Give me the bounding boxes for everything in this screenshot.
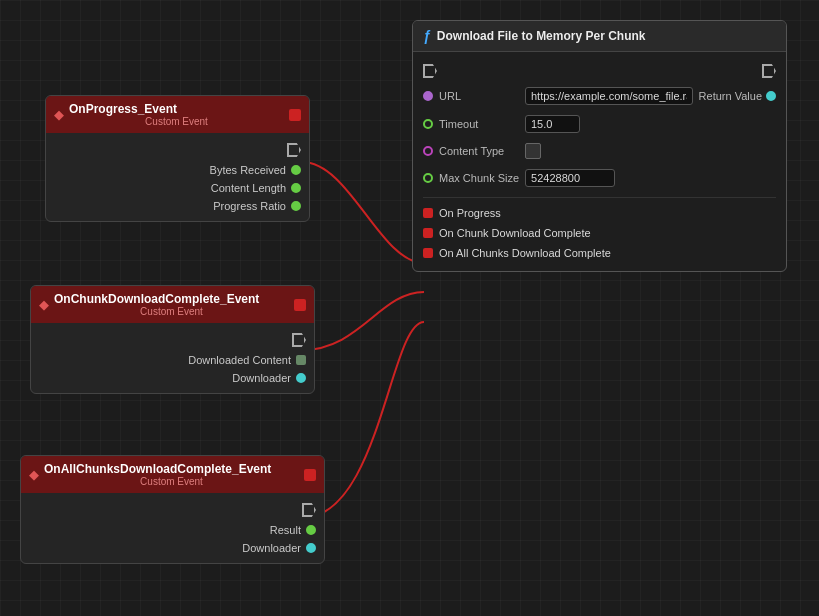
on-progress-exec-pin [287, 143, 301, 157]
downloader-row-2: Downloader [21, 539, 324, 557]
downloader-label-1: Downloader [232, 372, 291, 384]
on-progress-header: ◆ OnProgress_Event Custom Event [46, 96, 309, 133]
on-chunk-badge [294, 299, 306, 311]
on-progress-event-label: On Progress [439, 207, 501, 219]
on-progress-title: OnProgress_Event [69, 102, 284, 116]
on-progress-event-row: On Progress [413, 203, 786, 223]
on-chunk-exec-pin [292, 333, 306, 347]
result-pin [306, 525, 316, 535]
on-progress-exec-row [46, 139, 309, 161]
url-pin [423, 91, 433, 101]
dl-exec-in-pin [423, 64, 437, 78]
event-icon-3: ◆ [29, 467, 39, 482]
event-icon-2: ◆ [39, 297, 49, 312]
downloaded-content-row: Downloaded Content [31, 351, 314, 369]
max-chunk-pin [423, 173, 433, 183]
function-icon: ƒ [423, 28, 431, 44]
bytes-received-row: Bytes Received [46, 161, 309, 179]
timeout-pin [423, 119, 433, 129]
return-value-pin [766, 91, 776, 101]
on-all-chunks-exec-pin [302, 503, 316, 517]
on-all-chunks-badge [304, 469, 316, 481]
downloader-pin-2 [306, 543, 316, 553]
on-all-chunks-event-row: On All Chunks Download Complete [413, 243, 786, 263]
on-all-chunks-subtitle: Custom Event [44, 476, 299, 487]
dl-exec-row [413, 60, 786, 82]
progress-ratio-label: Progress Ratio [213, 200, 286, 212]
downloader-row-1: Downloader [31, 369, 314, 387]
on-chunk-body: Downloaded Content Downloader [31, 323, 314, 393]
content-type-pin [423, 146, 433, 156]
on-chunk-subtitle: Custom Event [54, 306, 289, 317]
on-progress-badge [289, 109, 301, 121]
on-progress-node: ◆ OnProgress_Event Custom Event Bytes Re… [45, 95, 310, 222]
event-icon: ◆ [54, 107, 64, 122]
on-chunk-exec-row [31, 329, 314, 351]
timeout-row: Timeout [413, 110, 786, 138]
downloaded-content-label: Downloaded Content [188, 354, 291, 366]
content-length-row: Content Length [46, 179, 309, 197]
on-all-chunks-node: ◆ OnAllChunksDownloadComplete_Event Cust… [20, 455, 325, 564]
on-chunk-title: OnChunkDownloadComplete_Event [54, 292, 289, 306]
on-progress-subtitle: Custom Event [69, 116, 284, 127]
on-chunk-event-label: On Chunk Download Complete [439, 227, 591, 239]
content-type-row: Content Type [413, 138, 786, 164]
max-chunk-label: Max Chunk Size [439, 172, 519, 184]
on-all-chunks-title: OnAllChunksDownloadComplete_Event [44, 462, 299, 476]
content-length-label: Content Length [211, 182, 286, 194]
content-length-pin [291, 183, 301, 193]
return-value-label: Return Value [699, 90, 762, 102]
on-all-chunks-body: Result Downloader [21, 493, 324, 563]
result-row: Result [21, 521, 324, 539]
downloader-label-2: Downloader [242, 542, 301, 554]
downloader-pin-1 [296, 373, 306, 383]
url-label: URL [439, 90, 519, 102]
content-type-label: Content Type [439, 145, 519, 157]
download-node-header: ƒ Download File to Memory Per Chunk [413, 21, 786, 52]
bytes-received-pin [291, 165, 301, 175]
downloaded-content-pin [296, 355, 306, 365]
on-progress-body: Bytes Received Content Length Progress R… [46, 133, 309, 221]
on-chunk-event-row: On Chunk Download Complete [413, 223, 786, 243]
download-node: ƒ Download File to Memory Per Chunk URL … [412, 20, 787, 272]
on-chunk-header: ◆ OnChunkDownloadComplete_Event Custom E… [31, 286, 314, 323]
dl-exec-out-pin [762, 64, 776, 78]
max-chunk-row: Max Chunk Size [413, 164, 786, 192]
url-row: URL Return Value [413, 82, 786, 110]
bytes-received-label: Bytes Received [210, 164, 286, 176]
max-chunk-input[interactable] [525, 169, 615, 187]
result-label: Result [270, 524, 301, 536]
on-all-chunks-event-pin [423, 248, 433, 258]
timeout-label: Timeout [439, 118, 519, 130]
progress-ratio-pin [291, 201, 301, 211]
on-progress-event-pin [423, 208, 433, 218]
on-chunk-node: ◆ OnChunkDownloadComplete_Event Custom E… [30, 285, 315, 394]
progress-ratio-row: Progress Ratio [46, 197, 309, 215]
download-node-body: URL Return Value Timeout Content Type Ma… [413, 52, 786, 271]
url-input[interactable] [525, 87, 693, 105]
content-type-checkbox[interactable] [525, 143, 541, 159]
on-all-chunks-event-label: On All Chunks Download Complete [439, 247, 611, 259]
on-all-chunks-header: ◆ OnAllChunksDownloadComplete_Event Cust… [21, 456, 324, 493]
on-all-chunks-exec-row [21, 499, 324, 521]
on-chunk-event-pin [423, 228, 433, 238]
timeout-input[interactable] [525, 115, 580, 133]
download-node-title: Download File to Memory Per Chunk [437, 29, 646, 43]
dl-divider [423, 197, 776, 198]
